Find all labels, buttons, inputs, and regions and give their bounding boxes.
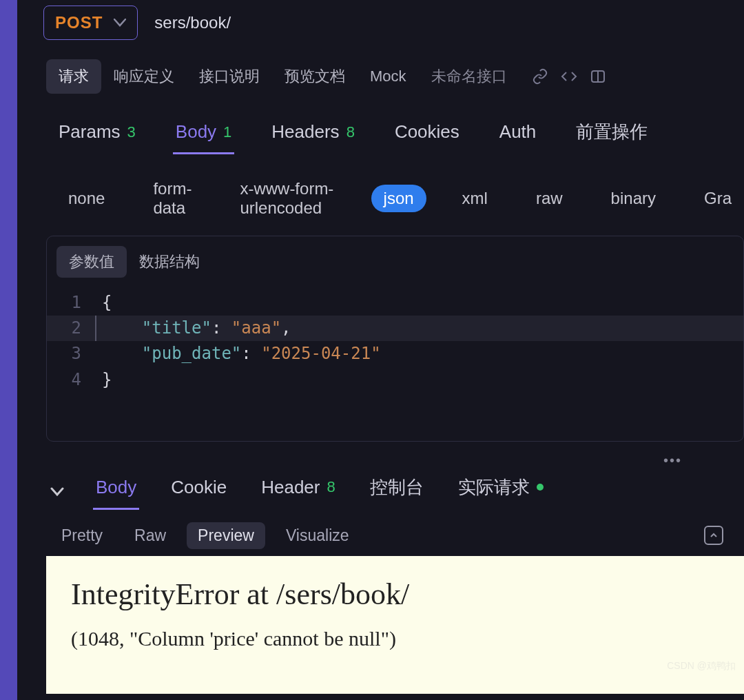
resp-tab-console-label: 控制台 [370,475,424,500]
tab-cookies[interactable]: Cookies [392,116,462,154]
doc-tabs: 请求 响应定义 接口说明 预览文档 Mock 未命名接口 [17,59,744,94]
tab-auth[interactable]: Auth [497,116,539,154]
tab-body[interactable]: Body 1 [173,116,235,154]
view-preview[interactable]: Preview [187,522,265,549]
code-editor[interactable]: 1 { 2 "title": "aaa", 3 "pub_date": "202… [47,282,743,441]
editor-tab-schema[interactable]: 数据结构 [127,246,212,278]
status-dot-icon [537,484,544,491]
line-number: 1 [47,290,95,316]
view-raw[interactable]: Raw [123,522,177,549]
resp-tab-body-label: Body [96,477,136,498]
body-type-form-data[interactable]: form-data [141,175,204,222]
resp-tab-header[interactable]: Header 8 [258,474,338,510]
response-preview: IntegrityError at /sers/book/ (1048, "Co… [46,556,744,694]
tab-body-count: 1 [223,123,231,141]
link-icon[interactable] [532,68,548,85]
more-icon[interactable]: ••• [17,453,744,469]
resp-tab-actual-label: 实际请求 [458,475,530,500]
panel-icon[interactable] [590,68,606,85]
tab-prescript[interactable]: 前置操作 [573,114,650,156]
body-type-tabs: none form-data x-www-form-urlencoded jso… [17,156,744,222]
doc-tab-unnamed: 未命名接口 [419,59,519,94]
doc-tab-preview-doc[interactable]: 预览文档 [272,59,358,94]
body-type-none[interactable]: none [56,185,117,212]
resp-tab-header-count: 8 [327,478,335,496]
body-type-raw[interactable]: raw [524,185,575,212]
expand-icon[interactable] [704,526,723,545]
resp-tab-cookie[interactable]: Cookie [168,474,229,510]
error-title: IntegrityError at /sers/book/ [71,577,719,612]
tab-params-count: 3 [127,123,136,141]
collapse-icon[interactable] [50,483,64,501]
doc-tab-response-def[interactable]: 响应定义 [101,59,187,94]
view-visualize[interactable]: Visualize [275,522,360,549]
watermark: CSDN @鸡鸭扣 [667,660,736,672]
resp-tab-cookie-label: Cookie [171,477,227,498]
body-type-binary[interactable]: binary [599,185,668,212]
code-icon[interactable] [561,68,577,85]
resp-tab-actual[interactable]: 实际请求 [455,473,546,511]
url-input[interactable]: sers/book/ [149,6,744,39]
body-type-xml[interactable]: xml [450,185,500,212]
doc-tab-request[interactable]: 请求 [46,59,101,94]
view-mode-tabs: Pretty Raw Preview Visualize [17,511,744,556]
body-type-graphql[interactable]: Gra [692,185,744,212]
doc-tab-mock[interactable]: Mock [358,61,419,92]
tab-headers-count: 8 [347,123,355,141]
body-type-json[interactable]: json [371,185,426,212]
line-number: 3 [47,341,95,367]
doc-tab-desc[interactable]: 接口说明 [187,59,272,94]
tab-params[interactable]: Params 3 [56,116,138,154]
line-number: 4 [47,367,95,393]
resp-tab-body[interactable]: Body [93,474,139,510]
view-pretty[interactable]: Pretty [50,522,114,549]
editor-tab-value[interactable]: 参数值 [56,246,127,278]
tab-prescript-label: 前置操作 [576,120,648,144]
response-tabs: Body Cookie Header 8 控制台 实际请求 [17,469,744,511]
tab-body-label: Body [176,121,216,143]
resp-tab-header-label: Header [261,477,320,498]
chevron-down-icon [114,16,126,30]
body-type-urlencoded[interactable]: x-www-form-urlencoded [227,175,347,222]
error-message: (1048, "Column 'price' cannot be null") [71,627,719,650]
tab-cookies-label: Cookies [395,121,459,143]
http-method-select[interactable]: POST [43,6,138,40]
tab-auth-label: Auth [499,121,537,143]
body-editor: 参数值 数据结构 1 { 2 "title": "aaa", 3 "pub_da… [46,236,744,442]
http-method-label: POST [55,13,103,32]
resp-tab-console[interactable]: 控制台 [367,473,426,511]
tab-params-label: Params [59,121,121,143]
line-number: 2 [47,316,95,341]
request-tabs: Params 3 Body 1 Headers 8 Cookies Auth 前… [17,114,744,156]
tab-headers-label: Headers [271,121,339,143]
tab-headers[interactable]: Headers 8 [269,116,358,154]
